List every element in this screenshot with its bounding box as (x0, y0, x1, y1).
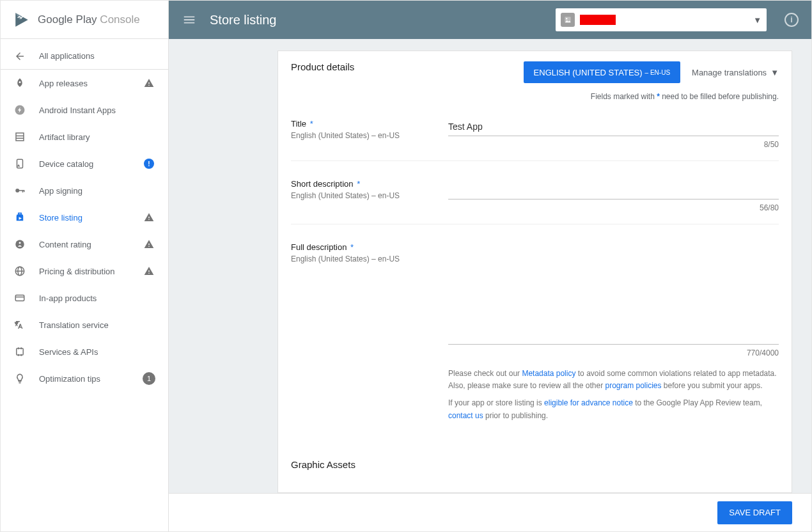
language-selector[interactable]: ENGLISH (UNITED STATES) – EN-US (524, 61, 680, 83)
nav-label: Artifact library (39, 132, 155, 142)
policy-note: Please check out our Metadata policy to … (448, 368, 779, 392)
program-policies-link[interactable]: program policies (605, 381, 661, 390)
advance-notice-link[interactable]: eligible for advance notice (544, 398, 633, 407)
nav-store-listing[interactable]: Store listing (1, 204, 168, 231)
credit-card-icon (13, 292, 26, 304)
warning-icon (143, 77, 155, 90)
language-label: ENGLISH (UNITED STATES) (534, 68, 643, 77)
count-badge: 1 (143, 372, 155, 385)
field-row-short-description: Short description * English (United Stat… (291, 161, 779, 224)
product-details-card: Product details ENGLISH (UNITED STATES) … (277, 51, 792, 493)
svg-point-14 (19, 242, 21, 244)
nav-label: Optimization tips (39, 374, 130, 384)
svg-rect-10 (24, 190, 25, 192)
app-name-redacted (580, 15, 616, 25)
store-icon (13, 211, 26, 224)
nav-label: Content rating (39, 240, 130, 249)
menu-button[interactable] (182, 12, 197, 27)
brand-header: Google Play Console (1, 1, 168, 39)
warning-icon (143, 265, 155, 278)
nav-optimization-tips[interactable]: Optimization tips 1 (1, 365, 168, 392)
nav-label: Android Instant Apps (39, 106, 155, 115)
metadata-policy-link[interactable]: Metadata policy (522, 369, 575, 378)
field-label-full-description: Full description * (291, 242, 425, 252)
nav-label: Services & APIs (39, 347, 155, 357)
alert-badge-icon: ! (143, 157, 155, 170)
bolt-icon (13, 104, 26, 116)
nav-label: All applications (39, 51, 155, 61)
svg-rect-20 (17, 348, 24, 356)
lightbulb-icon (13, 372, 26, 385)
short-description-input[interactable] (448, 179, 779, 199)
title-input[interactable] (448, 119, 779, 136)
svg-point-13 (15, 240, 24, 249)
required-fields-note: Fields marked with * need to be filled b… (291, 92, 779, 101)
sidebar: Google Play Console All applications App… (1, 1, 169, 531)
svg-rect-8 (19, 190, 24, 191)
full-description-counter: 770/4000 (448, 348, 779, 357)
field-sublabel-short-description: English (United States) – en-US (291, 191, 425, 200)
chevron-down-icon: ▼ (753, 15, 761, 25)
policy-note-2: If your app or store listing is eligible… (448, 397, 779, 421)
rocket-icon (13, 77, 26, 90)
warning-icon (143, 238, 155, 251)
nav-label: Translation service (39, 320, 155, 330)
page-title: Store listing (210, 13, 277, 27)
info-button[interactable]: i (785, 13, 799, 27)
play-console-logo-icon (13, 12, 30, 28)
warning-icon (143, 211, 155, 224)
section-title-product-details: Product details (291, 61, 354, 72)
nav-label: Device catalog (39, 159, 130, 169)
globe-icon (13, 265, 26, 278)
translate-icon (13, 318, 26, 331)
app-selector-dropdown[interactable]: ▼ (556, 8, 767, 31)
title-counter: 8/50 (448, 140, 779, 149)
contact-us-link[interactable]: contact us (448, 411, 483, 420)
field-label-short-description: Short description * (291, 179, 425, 189)
nav-label: Store listing (39, 213, 130, 223)
save-draft-button[interactable]: SAVE DRAFT (717, 501, 792, 524)
nav-artifact-library[interactable]: Artifact library (1, 123, 168, 150)
full-description-input[interactable] (448, 242, 779, 345)
services-icon (13, 345, 26, 358)
svg-rect-9 (22, 190, 24, 192)
field-sublabel-title: English (United States) – en-US (291, 131, 425, 140)
field-label-title: Title * (291, 119, 425, 129)
manage-translations-label: Manage translations (692, 68, 767, 77)
content-area: Product details ENGLISH (UNITED STATES) … (169, 39, 811, 531)
main: Store listing ▼ i Product details ENGLIS… (169, 1, 811, 531)
field-row-title: Title * English (United States) – en-US … (291, 101, 779, 161)
svg-rect-6 (17, 159, 23, 168)
nav-label: In-app products (39, 293, 155, 303)
language-code: – EN-US (645, 69, 670, 76)
nav-translation-service[interactable]: Translation service (1, 311, 168, 338)
nav-label: App signing (39, 186, 155, 196)
nav-services-apis[interactable]: Services & APIs (1, 338, 168, 365)
library-icon (13, 130, 26, 143)
brand-text: Google Play Console (38, 13, 140, 26)
svg-point-7 (15, 189, 19, 192)
nav-all-applications[interactable]: All applications (1, 43, 168, 70)
nav-label: App releases (39, 79, 130, 88)
chevron-down-icon: ▼ (770, 68, 779, 77)
nav-content-rating[interactable]: Content rating (1, 231, 168, 258)
nav-app-releases[interactable]: App releases (1, 70, 168, 97)
app-avatar-icon (561, 13, 575, 27)
field-row-full-description: Full description * English (United State… (291, 224, 779, 434)
device-icon (13, 157, 26, 170)
nav-android-instant-apps[interactable]: Android Instant Apps (1, 97, 168, 123)
manage-translations-button[interactable]: Manage translations ▼ (692, 68, 779, 77)
content-rating-icon (13, 238, 26, 251)
arrow-back-icon (13, 50, 26, 63)
nav-in-app-products[interactable]: In-app products (1, 285, 168, 311)
nav-device-catalog[interactable]: Device catalog ! (1, 150, 168, 177)
svg-point-26 (566, 18, 567, 19)
svg-rect-18 (15, 295, 24, 301)
nav-pricing-distribution[interactable]: Pricing & distribution (1, 258, 168, 285)
sidebar-nav: All applications App releases Android In… (1, 39, 168, 396)
section-title-graphic-assets: Graphic Assets (291, 459, 779, 470)
svg-rect-11 (19, 213, 22, 214)
nav-label: Pricing & distribution (39, 267, 130, 276)
field-sublabel-full-description: English (United States) – en-US (291, 254, 425, 263)
nav-app-signing[interactable]: App signing (1, 177, 168, 204)
